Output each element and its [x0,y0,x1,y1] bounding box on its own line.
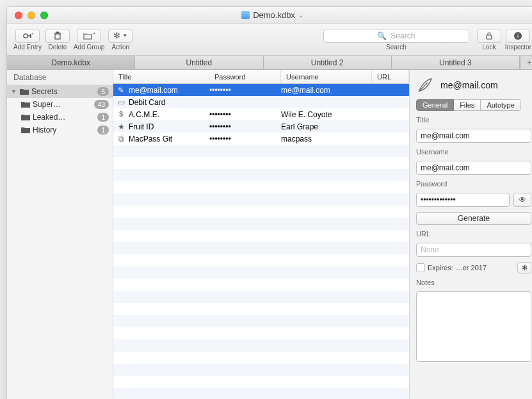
entry-icon: ▭ [113,98,129,107]
window-zoom-button[interactable] [40,12,48,19]
table-row [113,145,409,157]
sidebar-header: Database [7,70,113,85]
lock-label: Lock [482,44,496,51]
delete-label: Delete [48,44,67,51]
inspector-tab-general[interactable]: General [416,99,454,111]
toolbar: + Add Entry Delete + Add Group ✻ ▼ Actio… [7,24,532,56]
url-label: URL [416,230,531,238]
entry-list: Title Password Username URL ✎me@mail.com… [113,70,410,399]
window-title: Demo.kdbx [253,10,295,20]
action-label: Action [111,44,129,51]
inspector-heading: me@mail.com [440,80,498,90]
delete-button[interactable] [45,29,70,43]
table-row[interactable]: ⧉MacPass Git••••••••macpass [113,133,409,145]
table-row [113,339,409,352]
svg-text:+: + [93,31,95,36]
table-row [113,242,409,254]
username-field[interactable] [416,161,531,175]
column-password[interactable]: Password [209,70,281,83]
sidebar-item-history[interactable]: History 1 [7,124,113,136]
sidebar-item-label: Leaked… [33,113,95,122]
folder-icon [21,126,30,134]
svg-text:i: i [517,33,519,39]
notes-field[interactable] [416,291,531,362]
password-label: Password [416,180,531,188]
title-field[interactable] [416,129,531,143]
count-badge: 5 [97,87,109,96]
table-row [113,376,409,388]
entry-password: •••••••• [209,110,281,119]
svg-rect-4 [55,34,60,39]
inspector-tab-files[interactable]: Files [454,99,481,111]
column-headers: Title Password Username URL [113,70,409,84]
inspector-panel: me@mail.com General Files Autotype Title… [410,70,532,399]
window-minimize-button[interactable] [28,12,35,19]
count-badge: 43 [94,100,109,109]
inspector-button[interactable]: i [506,29,530,43]
add-group-button[interactable]: + [77,29,101,43]
sidebar-item-leaked[interactable]: Leaked… 1 [7,111,113,124]
disclosure-triangle-icon[interactable]: ▼ [11,88,17,95]
password-field[interactable] [416,193,510,207]
table-row[interactable]: ✎me@mail.com••••••••me@mail.com [113,84,409,96]
svg-point-0 [24,33,28,37]
entry-title: Fruit ID [129,122,209,131]
column-title[interactable]: Title [113,70,209,83]
column-username[interactable]: Username [281,70,372,83]
tab-untitled-3[interactable]: Untitled 3 [392,56,520,69]
sidebar-item-label: History [33,126,95,134]
sidebar-item-secrets[interactable]: ▼ Secrets 5 [7,85,113,98]
search-label: Search [386,44,407,51]
inspector-tab-autotype[interactable]: Autotype [481,99,520,111]
tab-untitled-2[interactable]: Untitled 2 [264,56,392,69]
add-entry-button[interactable]: + [15,29,40,43]
table-row[interactable]: ▭Debit Card [113,96,409,108]
column-url[interactable]: URL [372,70,409,83]
table-row [113,291,409,303]
tab-demo[interactable]: Demo.kdbx [7,56,135,69]
username-label: Username [416,148,531,156]
expires-checkbox[interactable] [416,263,425,272]
add-group-label: Add Group [74,44,104,51]
title-label: Title [416,116,531,124]
entry-title: me@mail.com [129,86,209,95]
url-field[interactable] [416,243,531,257]
gear-icon: ✻ [522,264,528,272]
search-input[interactable]: 🔍 Search [323,29,469,43]
document-tabs: Demo.kdbx Untitled Untitled 2 Untitled 3… [7,56,532,70]
count-badge: 1 [97,113,109,122]
app-window: Demo.kdbx ⌄ + Add Entry Delete + Add Gro… [6,6,532,399]
add-tab-button[interactable]: ＋ [520,56,532,69]
inspector-tabs: General Files Autotype [416,99,531,111]
tab-untitled[interactable]: Untitled [135,56,263,69]
table-row [113,352,409,364]
reveal-password-button[interactable]: 👁 [513,193,531,207]
action-button[interactable]: ✻ ▼ [108,29,133,43]
table-row [113,303,409,315]
table-row [113,327,409,339]
table-row [113,193,409,206]
table-row [113,254,409,266]
chevron-down-icon: ▼ [122,33,127,38]
sidebar-item-label: Secrets [31,87,95,96]
folder-icon [20,88,29,95]
sidebar-item-super[interactable]: Super… 43 [7,98,113,111]
expires-label: Expires: [428,264,453,272]
svg-text:+: + [31,31,33,35]
table-row [113,157,409,169]
document-icon [241,11,250,19]
entry-icon: ★ [113,122,129,131]
window-close-button[interactable] [15,12,22,19]
table-row [113,279,409,291]
sidebar: Database ▼ Secrets 5 Super… 43 Leaked… 1 [7,70,113,399]
expires-options-button[interactable]: ✻ [517,262,531,273]
add-entry-label: Add Entry [13,44,42,51]
titlebar: Demo.kdbx ⌄ [7,7,532,24]
lock-button[interactable] [477,29,501,43]
entry-password: •••••••• [209,86,281,95]
table-row[interactable]: ★Fruit ID••••••••Earl Grape [113,120,409,133]
folder-icon [21,113,30,121]
svg-rect-5 [54,33,61,34]
generate-button[interactable]: Generate [416,212,531,225]
table-row[interactable]: ＄A.C.M.E.••••••••Wile E. Coyote [113,108,409,120]
